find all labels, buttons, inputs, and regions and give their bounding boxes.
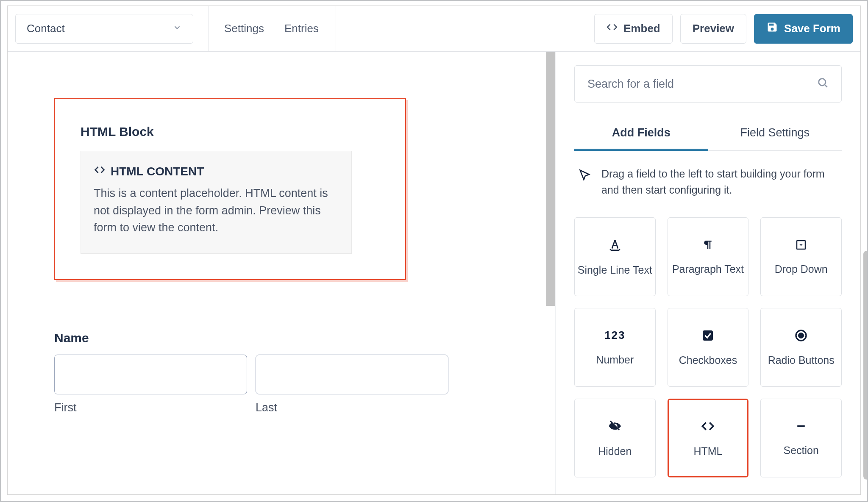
html-content-body: This is a content placeholder. HTML cont…: [94, 185, 339, 236]
panel-tabs: Add Fields Field Settings: [574, 118, 842, 151]
field-tile-checkboxes[interactable]: Checkboxes: [668, 308, 749, 387]
search-field-input[interactable]: Search for a field: [574, 65, 842, 103]
html-content-placeholder: HTML CONTENT This is a content placehold…: [81, 151, 352, 254]
embed-label: Embed: [623, 22, 660, 35]
svg-point-7: [799, 333, 804, 338]
field-tile-section[interactable]: Section: [760, 399, 842, 477]
search-icon: [817, 77, 829, 92]
tile-label: Paragraph Text: [672, 263, 744, 275]
last-name-column: Last: [256, 355, 448, 414]
top-links: Settings Entries: [224, 22, 319, 35]
link-entries[interactable]: Entries: [284, 22, 319, 35]
tile-label: Checkboxes: [679, 354, 737, 366]
embed-button[interactable]: Embed: [594, 14, 673, 44]
main: HTML Block HTML CONTENT This is a conten…: [8, 52, 860, 494]
field-tile-hidden[interactable]: Hidden: [574, 399, 656, 477]
app-frame: Contact Settings Entries Embed Preview: [0, 0, 868, 502]
field-grid: Single Line Text Paragraph Text Drop Dow…: [574, 217, 842, 477]
code-icon: [94, 164, 106, 179]
html-block-field[interactable]: HTML Block HTML CONTENT This is a conten…: [54, 98, 406, 280]
dropdown-icon: [795, 239, 807, 251]
field-tile-html[interactable]: HTML: [668, 399, 749, 477]
tile-label: Section: [783, 444, 818, 457]
tab-field-settings[interactable]: Field Settings: [708, 118, 842, 150]
paragraph-icon: [701, 239, 714, 251]
search-placeholder: Search for a field: [587, 78, 674, 91]
last-name-sublabel: Last: [256, 401, 448, 414]
divider: [336, 6, 336, 52]
drag-hint: Drag a field to the left to start buildi…: [574, 151, 842, 202]
first-name-input[interactable]: [54, 355, 247, 394]
field-tile-single-line-text[interactable]: Single Line Text: [574, 217, 656, 296]
divider: [209, 6, 209, 52]
link-settings[interactable]: Settings: [224, 22, 264, 35]
preview-button[interactable]: Preview: [680, 14, 746, 44]
name-field[interactable]: Name First Last: [54, 331, 448, 414]
last-name-input[interactable]: [256, 355, 448, 394]
cursor-icon: [579, 166, 591, 183]
tile-label: HTML: [693, 445, 722, 458]
tab-add-fields[interactable]: Add Fields: [574, 118, 708, 151]
html-block-title: HTML Block: [81, 125, 380, 139]
scrollbar[interactable]: [863, 251, 868, 480]
hidden-icon: [608, 419, 622, 433]
field-tile-paragraph-text[interactable]: Paragraph Text: [668, 217, 749, 296]
number-icon: 123: [604, 329, 625, 342]
save-label: Save Form: [784, 22, 840, 35]
chevron-down-icon: [172, 22, 182, 35]
form-selector[interactable]: Contact: [15, 14, 193, 44]
tile-label: Hidden: [598, 445, 632, 458]
topbar: Contact Settings Entries Embed Preview: [8, 6, 860, 52]
form-canvas: HTML Block HTML CONTENT This is a conten…: [8, 52, 555, 494]
first-name-column: First: [54, 355, 247, 414]
name-field-label: Name: [54, 331, 448, 345]
scrollbar[interactable]: [546, 52, 555, 306]
preview-label: Preview: [693, 22, 734, 35]
first-name-sublabel: First: [54, 401, 247, 414]
save-icon: [766, 21, 778, 36]
svg-rect-5: [703, 330, 713, 341]
field-tile-radio-buttons[interactable]: Radio Buttons: [760, 308, 842, 387]
svg-point-0: [819, 78, 826, 85]
right-panel: Search for a field Add Fields Field Sett…: [555, 52, 860, 494]
code-icon: [701, 419, 715, 433]
name-inputs: First Last: [54, 355, 448, 414]
tile-label: Drop Down: [775, 263, 828, 275]
tile-label: Radio Buttons: [768, 354, 835, 366]
radio-icon: [794, 329, 808, 342]
tile-label: Single Line Text: [578, 264, 652, 276]
save-button[interactable]: Save Form: [754, 14, 853, 44]
code-icon: [606, 22, 618, 36]
checkbox-icon: [701, 329, 715, 342]
field-tile-dropdown[interactable]: Drop Down: [760, 217, 842, 296]
html-content-heading-text: HTML CONTENT: [111, 165, 204, 178]
field-tile-number[interactable]: 123 Number: [574, 308, 656, 387]
text-icon: [608, 238, 622, 252]
minus-icon: [795, 420, 807, 433]
tile-label: Number: [596, 354, 634, 366]
form-selector-label: Contact: [27, 22, 65, 35]
html-content-heading: HTML CONTENT: [94, 164, 339, 179]
svg-line-1: [825, 85, 827, 87]
app-inner: Contact Settings Entries Embed Preview: [7, 6, 861, 495]
drag-hint-text: Drag a field to the left to start buildi…: [601, 166, 837, 198]
